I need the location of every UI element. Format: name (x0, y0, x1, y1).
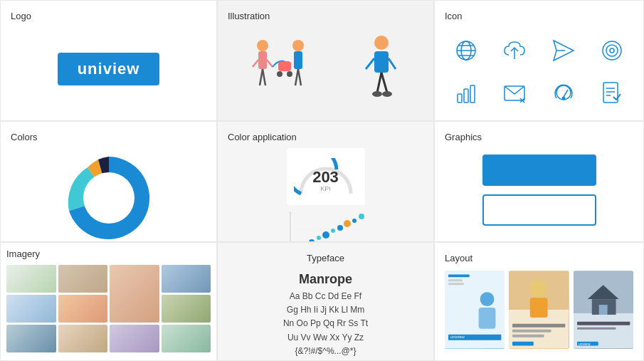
layout-card-2 (509, 271, 569, 349)
svg-line-12 (298, 69, 301, 85)
icon-cell: Icon (434, 0, 644, 121)
logo-title: Logo (11, 11, 206, 21)
svg-line-39 (564, 90, 568, 97)
svg-rect-69 (448, 283, 464, 285)
svg-rect-86 (598, 305, 607, 315)
svg-point-29 (603, 41, 621, 60)
svg-point-31 (610, 48, 614, 53)
svg-rect-79 (512, 330, 551, 333)
imagery-cell: Imagery (0, 242, 217, 361)
svg-rect-87 (577, 322, 630, 325)
layout-card-3: uniview (574, 271, 633, 349)
svg-rect-81 (512, 342, 534, 346)
svg-line-3 (263, 69, 265, 85)
gauge-icon (551, 80, 576, 105)
mail-icon-item (493, 75, 536, 111)
typeface-sample: Aa Bb Cc Dd Ee Ff Gg Hh Ii Jj Kk Ll Mm N… (283, 290, 368, 361)
gauge-icon-item (542, 75, 585, 111)
svg-rect-71 (479, 308, 496, 329)
svg-rect-32 (458, 94, 462, 103)
colorapp-title: Color application (228, 132, 423, 142)
svg-point-8 (287, 71, 292, 77)
globe-icon-item (445, 33, 487, 69)
svg-point-56 (331, 229, 335, 233)
imagery-photo-8 (6, 325, 56, 352)
scatter-plot: Th Fr Sa Su Mo (283, 208, 369, 242)
bar-chart-icon (453, 80, 479, 105)
svg-line-16 (381, 73, 387, 93)
svg-point-13 (374, 36, 389, 50)
donut-chart (59, 148, 159, 242)
svg-point-76 (530, 280, 547, 297)
svg-rect-34 (470, 85, 475, 103)
svg-point-58 (344, 220, 351, 227)
family-illustration (241, 30, 327, 108)
graphics-content (445, 148, 633, 231)
imagery-photo-1 (6, 265, 56, 293)
main-grid: Logo uniview Illustration (0, 0, 644, 361)
svg-line-15 (377, 73, 381, 93)
icon-grid (445, 27, 633, 110)
graphics-cell: Graphics (434, 121, 644, 242)
icon-title: Icon (445, 11, 633, 21)
svg-point-57 (337, 225, 343, 231)
svg-rect-1 (258, 51, 267, 69)
illustration-cell: Illustration (217, 0, 434, 121)
layout-card-1-content: uniview (445, 271, 505, 349)
svg-point-60 (359, 214, 364, 219)
svg-text:uniview: uniview (450, 335, 465, 339)
logo-cell: Logo uniview (0, 0, 217, 121)
svg-line-5 (267, 60, 273, 67)
document-icon (599, 80, 625, 105)
layout-card-2-content (509, 271, 569, 349)
uniview-logo: uniview (58, 53, 160, 85)
svg-rect-6 (278, 61, 291, 71)
mail-icon (502, 80, 527, 105)
svg-point-0 (257, 40, 268, 51)
svg-point-55 (322, 231, 329, 239)
typeface-title: Typeface (307, 253, 344, 263)
imagery-photo-3 (110, 265, 159, 323)
send-icon (551, 38, 576, 63)
colors-cell: Colors (0, 121, 217, 242)
svg-text:uniview: uniview (579, 342, 591, 346)
svg-rect-67 (448, 274, 470, 277)
bar-chart-icon-item (445, 75, 487, 111)
svg-point-9 (292, 40, 304, 51)
svg-line-18 (389, 58, 396, 69)
svg-point-30 (606, 45, 618, 56)
layout-images: uniview (445, 269, 633, 350)
donut-wrapper (11, 148, 206, 242)
typeface-cell: Typeface Manrope Aa Bb Cc Dd Ee Ff Gg Hh… (217, 242, 434, 361)
send-icon-item (542, 33, 585, 69)
graphic-outline-rect (482, 194, 596, 226)
upload-cloud-icon (502, 38, 527, 63)
imagery-photo-4 (162, 265, 211, 293)
document-icon-item (591, 75, 633, 111)
svg-rect-10 (294, 51, 302, 69)
target-icon-item (591, 33, 633, 69)
logo-image: uniview (11, 27, 206, 110)
svg-point-45 (83, 172, 134, 224)
kpi-box: 203 KPI (287, 148, 365, 205)
person-illustration (353, 30, 410, 108)
colorapp-content: 203 KPI (228, 148, 423, 242)
graphics-title: Graphics (445, 132, 633, 142)
svg-point-20 (382, 91, 392, 97)
svg-rect-77 (530, 298, 548, 318)
colors-title: Colors (11, 132, 206, 142)
svg-point-54 (317, 236, 321, 240)
imagery-photo-10 (110, 325, 159, 352)
layout-title: Layout (445, 253, 633, 263)
svg-line-4 (253, 60, 258, 67)
kpi-number: 203 (312, 169, 339, 185)
upload-cloud-icon-item (493, 33, 536, 69)
colorapp-cell: Color application 203 KPI (217, 121, 434, 242)
svg-rect-78 (512, 324, 565, 328)
layout-card-3-content: uniview (574, 271, 633, 349)
imagery-photo-5 (6, 295, 56, 323)
svg-rect-14 (374, 51, 389, 73)
imagery-title: Imagery (6, 248, 211, 259)
svg-rect-33 (464, 89, 468, 103)
svg-line-17 (366, 58, 374, 69)
